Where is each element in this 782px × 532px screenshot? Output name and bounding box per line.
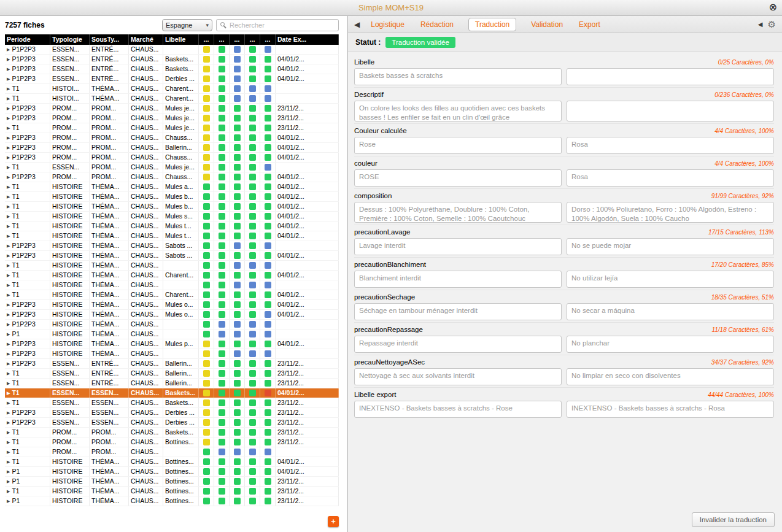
table-row[interactable]: ▶P1P2P3PROM...PROM...CHAUS...Mules je...…	[5, 104, 339, 114]
column-header-1[interactable]: Typologie	[50, 34, 90, 45]
tab-validation[interactable]: Validation	[530, 18, 564, 31]
expand-arrow-icon[interactable]: ▶	[7, 428, 10, 437]
expand-arrow-icon[interactable]: ▶	[7, 339, 10, 349]
expand-arrow-icon[interactable]: ▶	[7, 45, 10, 54]
table-row[interactable]: ▶T1ESSEN...PROM...CHAUS...Mules je...	[5, 163, 339, 172]
field-input-es[interactable]: INEXTENSO - Baskets basses à scratchs - …	[567, 401, 774, 418]
expand-arrow-icon[interactable]: ▶	[7, 114, 10, 123]
column-header-4[interactable]: Libelle	[163, 34, 199, 45]
column-header-0[interactable]: Periode	[5, 34, 50, 45]
table-row[interactable]: ▶T1HISTOI...THÉMA...CHAUS...Charent...	[5, 84, 339, 94]
field-input-fr[interactable]: ROSE	[354, 169, 562, 187]
field-input-fr[interactable]: Dessus : 100% Polyuréthane, Doublure : 1…	[354, 202, 562, 223]
expand-arrow-icon[interactable]: ▶	[7, 496, 10, 506]
expand-arrow-icon[interactable]: ▶	[7, 330, 10, 339]
field-input-fr[interactable]: On colore les looks des filles au quotid…	[354, 101, 562, 121]
field-input-es[interactable]: No se puede mojar	[567, 238, 774, 255]
table-row[interactable]: ▶P1P2P3ESSEN...ESSEN...CHAUS...Derbies .…	[5, 418, 339, 428]
field-input-fr[interactable]: INEXTENSO - Baskets basses à scratchs - …	[354, 401, 562, 418]
table-row[interactable]: ▶T1HISTOIRETHÉMA...CHAUS...Mules b...04/…	[5, 192, 339, 202]
expand-arrow-icon[interactable]: ▶	[7, 349, 10, 358]
expand-arrow-icon[interactable]: ▶	[7, 55, 10, 64]
tab-export[interactable]: Export	[578, 18, 602, 31]
expand-arrow-icon[interactable]: ▶	[7, 280, 10, 290]
expand-arrow-icon[interactable]: ▶	[7, 153, 10, 162]
table-row[interactable]: ▶P1P2P3ESSEN...ENTRÉ...CHAUS...Ballerin.…	[5, 359, 339, 369]
table-row[interactable]: ▶T1HISTOI...THÉMA...CHAUS...Charent...	[5, 94, 339, 104]
expand-arrow-icon[interactable]: ▶	[7, 300, 10, 309]
field-input-es[interactable]: No utilizar lejía	[567, 271, 774, 288]
table-row[interactable]: ▶P1P2P3ESSEN...ENTRÉ...CHAUS...Baskets..…	[5, 64, 339, 74]
expand-arrow-icon[interactable]: ▶	[7, 74, 10, 83]
table-row[interactable]: ▶P1P2P3PROM...PROM...CHAUS...Chauss...04…	[5, 153, 339, 163]
country-select[interactable]: Espagne ▾	[162, 19, 212, 31]
add-button[interactable]: +	[328, 516, 339, 527]
column-header-8[interactable]: ...	[245, 34, 260, 45]
field-input-fr[interactable]: Séchage en tambour ménager interdit	[354, 303, 562, 320]
expand-arrow-icon[interactable]: ▶	[7, 418, 10, 427]
column-header-9[interactable]: ...	[260, 34, 276, 45]
table-row[interactable]: ▶T1HISTOIRETHÉMA...CHAUS...Bottines...04…	[5, 457, 339, 467]
table-row[interactable]: ▶P1HISTOIRETHÉMA...CHAUS...Bottines...23…	[5, 496, 339, 506]
field-input-es[interactable]: No limpiar en seco con disolventes	[567, 368, 774, 385]
table-row[interactable]: ▶P1P2P3ESSEN...ENTRÉ...CHAUS...	[5, 45, 339, 55]
search-input[interactable]	[216, 19, 339, 31]
expand-arrow-icon[interactable]: ▶	[7, 222, 10, 231]
expand-arrow-icon[interactable]: ▶	[7, 310, 10, 319]
expand-arrow-icon[interactable]: ▶	[7, 359, 10, 368]
table-row[interactable]: ▶P1P2P3HISTOIRETHÉMA...CHAUS...	[5, 320, 339, 330]
table-row[interactable]: ▶T1HISTOIRETHÉMA...CHAUS...	[5, 261, 339, 271]
collapse-arrow-icon[interactable]: ◀	[758, 21, 763, 28]
table-row[interactable]: ▶T1PROM...PROM...CHAUS...Bottines...23/1…	[5, 438, 339, 447]
table-row[interactable]: ▶T1ESSEN...ESSEN...CHAUS...Baskets...23/…	[5, 398, 339, 408]
table-row[interactable]: ▶P1P2P3PROM...PROM...CHAUS...Chauss...04…	[5, 133, 339, 143]
table-row[interactable]: ▶T1HISTOIRETHÉMA...CHAUS...Mules a...04/…	[5, 182, 339, 192]
expand-arrow-icon[interactable]: ▶	[7, 447, 10, 457]
expand-arrow-icon[interactable]: ▶	[7, 290, 10, 299]
table-row[interactable]: ▶T1HISTOIRETHÉMA...CHAUS...Mules t...04/…	[5, 231, 339, 241]
table-row[interactable]: ▶P1P2P3HISTOIRETHÉMA...CHAUS...Mules p..…	[5, 339, 339, 349]
table-row[interactable]: ▶T1HISTOIRETHÉMA...CHAUS...	[5, 280, 339, 290]
expand-arrow-icon[interactable]: ▶	[7, 388, 10, 398]
table-row[interactable]: ▶P1P2P3PROM...PROM...CHAUS...Chauss...04…	[5, 172, 339, 182]
table-row[interactable]: ▶T1HISTOIRETHÉMA...CHAUS...Bottines...23…	[5, 487, 339, 496]
field-input-es[interactable]: No secar a máquina	[567, 303, 774, 320]
table-row[interactable]: ▶T1PROM...PROM...CHAUS...Mules je...23/1…	[5, 123, 339, 133]
expand-arrow-icon[interactable]: ▶	[7, 133, 10, 142]
table-row[interactable]: ▶P1P2P3ESSEN...ENTRÉ...CHAUS...Derbies .…	[5, 74, 339, 84]
table-row[interactable]: ▶P1P2P3ESSEN...ESSEN...CHAUS...Derbies .…	[5, 408, 339, 418]
table-row[interactable]: ▶P1P2P3HISTOIRETHÉMA...CHAUS...Mules o..…	[5, 300, 339, 310]
expand-arrow-icon[interactable]: ▶	[7, 457, 10, 466]
expand-arrow-icon[interactable]: ▶	[7, 261, 10, 270]
expand-arrow-icon[interactable]: ▶	[7, 231, 10, 241]
field-input-es[interactable]: Rosa	[567, 137, 774, 154]
table-row[interactable]: ▶T1PROM...PROM...CHAUS...	[5, 447, 339, 457]
field-input-fr[interactable]: Blanchiment interdit	[354, 271, 562, 288]
table-row[interactable]: ▶P1HISTOIRETHÉMA...CHAUS...	[5, 330, 339, 339]
column-header-7[interactable]: ...	[230, 34, 245, 45]
table-row[interactable]: ▶P1HISTOIRETHÉMA...CHAUS...Bottines...23…	[5, 477, 339, 487]
expand-arrow-icon[interactable]: ▶	[7, 182, 10, 191]
table-row[interactable]: ▶P1P2P3PROM...PROM...CHAUS...Ballerin...…	[5, 143, 339, 153]
field-input-es[interactable]	[567, 68, 774, 85]
table-row[interactable]: ▶T1HISTOIRETHÉMA...CHAUS...Mules s...04/…	[5, 212, 339, 222]
field-input-fr[interactable]: Rose	[354, 137, 562, 154]
expand-arrow-icon[interactable]: ▶	[7, 408, 10, 417]
table-row[interactable]: ▶P1P2P3ESSEN...ENTRÉ...CHAUS...Baskets..…	[5, 55, 339, 64]
expand-arrow-icon[interactable]: ▶	[7, 163, 10, 172]
expand-arrow-icon[interactable]: ▶	[7, 202, 10, 211]
expand-arrow-icon[interactable]: ▶	[7, 104, 10, 113]
expand-arrow-icon[interactable]: ▶	[7, 379, 10, 388]
table-row[interactable]: ▶T1HISTOIRETHÉMA...CHAUS...Charent...04/…	[5, 271, 339, 280]
expand-arrow-icon[interactable]: ▶	[7, 84, 10, 93]
tab-logistique[interactable]: Logistique	[370, 18, 406, 31]
table-row[interactable]: ▶T1PROM...PROM...CHAUS...Baskets...23/11…	[5, 428, 339, 438]
table-row[interactable]: ▶P1P2P3PROM...PROM...CHAUS...Mules je...…	[5, 114, 339, 123]
expand-arrow-icon[interactable]: ▶	[7, 477, 10, 486]
field-input-es[interactable]	[567, 101, 774, 121]
invalidate-translation-button[interactable]: Invalider la traduction	[692, 512, 775, 527]
expand-arrow-icon[interactable]: ▶	[7, 271, 10, 280]
expand-arrow-icon[interactable]: ▶	[7, 192, 10, 201]
table-row[interactable]: ▶P1P2P3HISTOIRETHÉMA...CHAUS...	[5, 349, 339, 359]
table-row[interactable]: ▶T1ESSEN...ESSEN...CHAUS...Baskets...04/…	[5, 388, 339, 398]
